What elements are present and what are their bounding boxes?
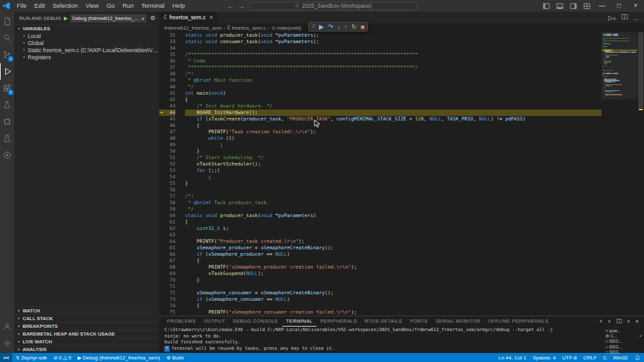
line-number[interactable]: 73 bbox=[159, 296, 175, 303]
maximize-panel-icon[interactable]: ∧ bbox=[627, 319, 630, 324]
code-line[interactable]: { bbox=[185, 258, 601, 264]
minimize-button[interactable]: — bbox=[594, 0, 610, 12]
code-line[interactable]: /***************************************… bbox=[185, 52, 601, 58]
code-line[interactable]: * @brief Task producer_task. bbox=[185, 200, 601, 206]
line-number[interactable]: 62 bbox=[159, 225, 175, 232]
code-line[interactable]: /* Init board hardware. */ bbox=[185, 103, 601, 110]
line-number[interactable]: 37 bbox=[159, 64, 175, 71]
stop-button[interactable]: ■ bbox=[360, 23, 364, 30]
code-line[interactable]: uint32_t i; bbox=[185, 225, 601, 232]
panel-tab-peripherals[interactable]: PERIPHERALS bbox=[317, 316, 361, 327]
line-number[interactable]: 44→ bbox=[159, 110, 175, 116]
section-live-watch[interactable]: ›LIVE WATCH bbox=[14, 338, 159, 345]
code-line[interactable]: { bbox=[185, 122, 601, 129]
nxp-tools-icon[interactable] bbox=[0, 97, 14, 113]
line-number[interactable]: 52 bbox=[159, 161, 175, 167]
breadcrumb-item[interactable]: Cfreertos_sem.c bbox=[228, 25, 266, 31]
back-arrow-icon[interactable]: ← bbox=[228, 3, 234, 10]
section-baremetal-heap-and-stack-usage[interactable]: ›BAREMETAL HEAP AND STACK USAGE bbox=[14, 330, 159, 338]
remote-indicator[interactable]: >< bbox=[0, 353, 12, 362]
code-line[interactable]: PRINTF("Producer_task created.\r\n"); bbox=[185, 238, 601, 245]
gear-icon[interactable]: ⚙ bbox=[149, 15, 157, 21]
section-breakpoints[interactable]: ›BREAKPOINTS bbox=[14, 322, 159, 330]
code-line[interactable]: vTaskStartScheduler(); bbox=[185, 161, 601, 167]
run-file-button[interactable]: ▷∨ bbox=[609, 14, 616, 21]
panel-tab-ports[interactable]: PORTS bbox=[406, 316, 432, 327]
code-editor[interactable]: 32333435363738394041424344→4546474849505… bbox=[159, 32, 644, 316]
close-panel-icon[interactable]: × bbox=[636, 318, 639, 325]
more-actions-icon[interactable]: … bbox=[633, 14, 639, 21]
panel-tab-rtos-details[interactable]: RTOS DETAILS bbox=[361, 316, 406, 327]
line-number[interactable]: 59 bbox=[159, 206, 175, 213]
code-line[interactable]: { bbox=[185, 303, 601, 309]
code-line[interactable]: PRINTF("Task creation failed!.\r\n"); bbox=[185, 129, 601, 135]
status-encoding[interactable]: UTF-8 bbox=[559, 353, 580, 362]
line-number[interactable]: 60 bbox=[159, 213, 175, 219]
line-number[interactable]: 63 bbox=[159, 232, 175, 238]
variables-tree-item[interactable]: ›Global bbox=[14, 39, 159, 46]
line-number[interactable]: 54 bbox=[159, 174, 175, 180]
panel-tab-offline-peripherals[interactable]: OFFLINE PERIPHERALS bbox=[484, 316, 552, 327]
status-debug-config[interactable]: ▶Debug (frdmrw612_freertos_sem) bbox=[74, 353, 163, 362]
step-over-button[interactable]: ↷ bbox=[328, 23, 333, 30]
search-icon[interactable] bbox=[0, 30, 14, 46]
run-and-debug-icon[interactable] bbox=[0, 63, 14, 80]
line-number[interactable]: 39 bbox=[159, 77, 175, 84]
toggle-secondary-sidebar-icon[interactable] bbox=[567, 3, 580, 10]
code-line[interactable]: } bbox=[185, 180, 601, 187]
code-line[interactable]: static void consumer_task(void *pvParame… bbox=[185, 39, 601, 45]
code-line[interactable]: /*! bbox=[185, 71, 601, 77]
line-number[interactable]: 57 bbox=[159, 193, 175, 200]
new-terminal-icon[interactable]: + bbox=[599, 318, 602, 325]
editor-scrollbar[interactable] bbox=[638, 32, 644, 316]
panel-tab-debug-console[interactable]: DEBUG CONSOLE bbox=[229, 316, 282, 327]
terminal-dropdown-icon[interactable]: ∨ bbox=[607, 319, 610, 324]
status-zephyr-sdk[interactable]: ↯Zephyr-sdk bbox=[12, 353, 50, 362]
code-line[interactable]: BOARD_InitHardware(); bbox=[185, 110, 601, 116]
explorer-icon[interactable] bbox=[0, 13, 14, 30]
code-line[interactable]: if (xSemaphore_consumer == NULL) bbox=[185, 296, 601, 303]
code-area[interactable]: static void producer_task(void *pvParame… bbox=[179, 32, 601, 316]
panel-tab-output[interactable]: OUTPUT bbox=[200, 316, 229, 327]
scrollbar-thumb[interactable] bbox=[638, 32, 643, 108]
line-number[interactable]: 38 bbox=[159, 71, 175, 77]
command-center[interactable]: 2025_Sandbox (Workspace) bbox=[249, 2, 417, 10]
customize-layout-icon[interactable] bbox=[580, 3, 594, 10]
variables-tree-item[interactable]: ›Static freertos_sem.c (C:\NXP-Local\Del… bbox=[14, 46, 159, 53]
status-indentation[interactable]: Spaces: 4 bbox=[529, 353, 559, 362]
panel-tab-serial-monitor[interactable]: SERIAL MONITOR bbox=[432, 316, 484, 327]
status-build-task[interactable]: ⚙Build bbox=[163, 353, 187, 362]
breadcrumb-item[interactable]: frdmrw612_freertos_sem bbox=[164, 25, 222, 31]
minimap-slider[interactable] bbox=[601, 32, 638, 99]
code-line[interactable]: } bbox=[185, 277, 601, 283]
line-number[interactable]: 67 bbox=[159, 258, 175, 264]
code-line[interactable] bbox=[185, 232, 601, 238]
line-number[interactable]: 35 bbox=[159, 52, 175, 58]
variables-tree-item[interactable]: ›Local bbox=[14, 32, 159, 39]
section-watch[interactable]: ›WATCH bbox=[14, 307, 159, 314]
line-number[interactable]: 32 bbox=[159, 32, 175, 39]
code-line[interactable]: ; bbox=[185, 142, 601, 148]
terminal-session[interactable]: ⚙C...✓ bbox=[605, 333, 643, 338]
code-line[interactable]: /* Start scheduling. */ bbox=[185, 155, 601, 161]
forward-arrow-icon[interactable]: → bbox=[239, 3, 245, 10]
line-number[interactable]: 71 bbox=[159, 283, 175, 290]
code-line[interactable] bbox=[185, 283, 601, 290]
line-number[interactable]: 48 bbox=[159, 135, 175, 142]
start-debug-icon[interactable]: ▶ bbox=[64, 15, 68, 21]
code-line[interactable]: xSemaphore_consumer = xSemaphoreCreateBi… bbox=[185, 290, 601, 296]
code-line[interactable]: if (xTaskCreate(producer_task, "PRODUCER… bbox=[185, 116, 601, 122]
line-number[interactable]: 33 bbox=[159, 39, 175, 45]
test-beaker-icon[interactable] bbox=[0, 130, 14, 147]
line-number[interactable]: 70 bbox=[159, 277, 175, 283]
panel-tab-terminal[interactable]: TERMINAL bbox=[282, 316, 317, 327]
line-number[interactable]: 65 bbox=[159, 245, 175, 251]
tab-freertos-sem[interactable]: C freertos_sem.c × bbox=[159, 12, 217, 23]
line-number[interactable]: 40 bbox=[159, 84, 175, 90]
code-line[interactable]: int main(void) bbox=[185, 90, 601, 97]
toggle-sidebar-icon[interactable] bbox=[540, 3, 553, 10]
line-number[interactable]: 46 bbox=[159, 122, 175, 129]
debug-configuration-dropdown[interactable]: Debug (frdmrw612_freertos_sem) ∨ bbox=[70, 14, 146, 23]
status-eol[interactable]: CRLF bbox=[580, 353, 600, 362]
line-number[interactable]: 53 bbox=[159, 167, 175, 174]
